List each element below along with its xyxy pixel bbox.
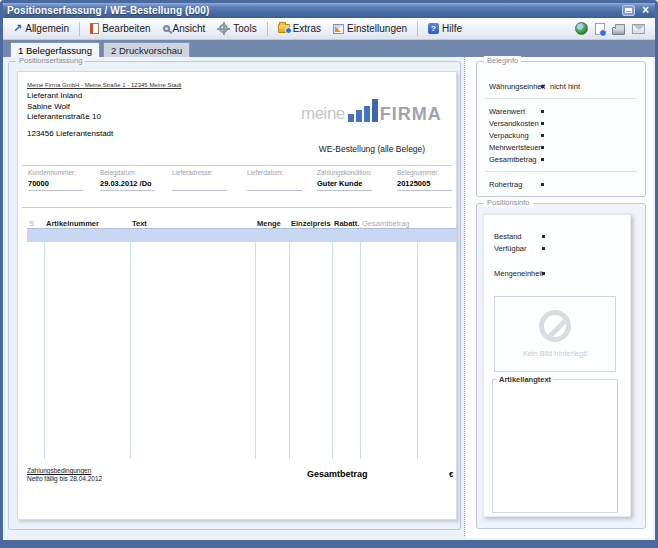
tab-druckvorschau[interactable]: 2 Druckvorschau xyxy=(103,42,190,57)
field-underline xyxy=(317,190,372,191)
bullet-icon xyxy=(541,158,544,161)
sender-line: Meine Firma GmbH - Meine Straße 1 - 1234… xyxy=(27,82,181,88)
menu-label: Tools xyxy=(233,23,256,34)
info-sidebar: Beleginfo Währungseinheit nicht hint War… xyxy=(466,57,653,538)
menu-item-bearbeiten[interactable]: Bearbeiten xyxy=(86,21,154,36)
currency-symbol: € xyxy=(449,470,453,479)
document-type-title: WE-Bestellung (alle Belege) xyxy=(286,144,458,154)
logo-text: meine xyxy=(301,105,345,122)
menu-separator xyxy=(417,22,418,36)
payment-terms: Zahlungsbedingungen Netto fällig bis 28.… xyxy=(27,467,102,482)
menu-item-hilfe[interactable]: Hilfe xyxy=(424,21,466,36)
globe-icon[interactable] xyxy=(575,22,588,35)
menu-bar: Allgemein Bearbeiten Ansicht Tools Extra… xyxy=(3,18,655,40)
bullet-icon xyxy=(541,85,544,88)
column-gridline xyxy=(332,242,333,459)
menu-item-einstellungen[interactable]: Einstellungen xyxy=(329,21,411,36)
payment-terms-value: Netto fällig bis 28.04.2012 xyxy=(27,475,102,482)
printer-icon[interactable] xyxy=(612,27,625,35)
info-label: Warenwert xyxy=(489,107,541,116)
column-header-s[interactable]: S xyxy=(27,219,44,228)
field-value[interactable] xyxy=(247,179,313,188)
bullet-icon xyxy=(542,247,545,250)
menu-item-allgemein[interactable]: Allgemein xyxy=(9,20,73,37)
recipient-address: Lieferant Inland Sabine Wolf Lieferanten… xyxy=(27,91,101,123)
menu-item-ansicht[interactable]: Ansicht xyxy=(159,21,210,36)
group-label: Beleginfo xyxy=(484,56,521,65)
title-bar: Positionserfassung / WE-Bestellung (b00)… xyxy=(3,3,655,18)
column-header-menge[interactable]: Menge xyxy=(255,219,289,228)
folder-icon xyxy=(278,24,290,33)
menu-item-extras[interactable]: Extras xyxy=(274,21,325,36)
info-label: Verpackung xyxy=(489,131,541,140)
field-value[interactable]: 70000 xyxy=(28,179,96,188)
positionsinfo-group: Positionsinfo Bestand Verfügbar xyxy=(476,203,646,529)
document-preview: Meine Firma GmbH - Meine Straße 1 - 1234… xyxy=(17,71,457,520)
column-header-gesamtbetrag[interactable]: Gesamtbetrag xyxy=(360,219,417,228)
column-gridline xyxy=(289,242,290,459)
divider xyxy=(22,207,452,208)
restore-window-icon[interactable] xyxy=(622,5,635,16)
info-label: Gesamtbetrag xyxy=(489,155,541,164)
divider xyxy=(485,98,637,99)
field-value[interactable] xyxy=(172,179,243,188)
info-label: Rohertrag xyxy=(489,180,541,189)
document-header-fields: Kundennummer: 70000 Belegdatum: 29.03.20… xyxy=(28,169,452,191)
artikellangtext-box[interactable]: Artikellangtext xyxy=(492,379,618,513)
column-gridline xyxy=(255,242,256,459)
info-label: Verfügbar xyxy=(494,244,542,253)
column-header-rabatt[interactable]: Rabatt. xyxy=(332,219,360,228)
recipient-line: Lieferant Inland xyxy=(27,91,101,102)
column-header-artikelnummer[interactable]: Artikelnummer xyxy=(44,219,130,228)
field-label: Lieferdatum: xyxy=(247,169,313,176)
close-icon[interactable]: × xyxy=(640,5,651,16)
field-label: Zahlungskondition: xyxy=(317,169,393,176)
positionsinfo-panel: Bestand Verfügbar Mengeneinheit xyxy=(483,214,631,517)
menu-label: Extras xyxy=(293,23,321,34)
menu-label: Hilfe xyxy=(442,23,462,34)
document-icon[interactable] xyxy=(595,23,605,35)
menu-label: Allgemein xyxy=(25,23,69,34)
company-logo: meine FIRMA xyxy=(301,96,442,122)
field-value[interactable]: 29.03.2012 /Do xyxy=(100,179,168,188)
column-header-text[interactable]: Text xyxy=(130,219,255,228)
divider xyxy=(22,165,452,166)
selected-table-row[interactable] xyxy=(27,229,457,242)
field-underline xyxy=(247,190,302,191)
info-row-mengeneinheit: Mengeneinheit xyxy=(484,267,630,279)
tab-belegerfassung[interactable]: 1 Belegerfassung xyxy=(10,42,100,57)
field-zahlungskondition: Zahlungskondition: Guter Kunde xyxy=(317,169,397,191)
table-body[interactable] xyxy=(27,242,457,459)
info-label: Mengeneinheit xyxy=(494,269,542,278)
menu-label: Bearbeiten xyxy=(102,23,150,34)
info-label: Versandkosten xyxy=(489,119,541,128)
bullet-icon xyxy=(542,272,545,275)
bullet-icon xyxy=(541,122,544,125)
menu-label: Ansicht xyxy=(173,23,206,34)
info-row-warenwert: Warenwert xyxy=(477,105,645,117)
no-image-text: Kein Bild hinterlegt! xyxy=(523,349,588,358)
field-belegnummer: Belegnummer: 20125005 xyxy=(397,169,452,191)
group-label: Positionserfassung xyxy=(16,56,85,65)
field-kundennummer: Kundennummer: 70000 xyxy=(28,169,100,191)
info-label: Mehrwertsteuer xyxy=(489,143,541,152)
recipient-city: 123456 Lieferantenstadt xyxy=(27,129,113,138)
table-header-row: S Artikelnummer Text Menge Einzelpreis R… xyxy=(27,218,457,229)
field-value[interactable]: Guter Kunde xyxy=(317,179,393,188)
recipient-line: Lieferantenstraße 10 xyxy=(27,112,101,123)
field-label: Belegnummer: xyxy=(397,169,448,176)
menu-item-tools[interactable]: Tools xyxy=(213,21,260,36)
bar-chart-icon xyxy=(348,99,378,122)
no-image-icon xyxy=(539,310,571,342)
content-area: Positionserfassung Meine Firma GmbH - Me… xyxy=(3,57,655,540)
total-label: Gesamtbetrag xyxy=(307,469,368,479)
menu-separator xyxy=(79,22,80,36)
column-header-einzelpreis[interactable]: Einzelpreis xyxy=(289,219,332,228)
article-image-placeholder: Kein Bild hinterlegt! xyxy=(494,296,616,372)
field-value[interactable]: 20125005 xyxy=(397,179,448,188)
info-row-rohertrag: Rohertrag xyxy=(477,178,645,190)
settings-icon xyxy=(333,24,344,34)
mail-icon[interactable] xyxy=(632,24,645,34)
payment-terms-link[interactable]: Zahlungsbedingungen xyxy=(27,467,102,474)
info-row-gesamtbetrag: Gesamtbetrag xyxy=(477,153,645,165)
